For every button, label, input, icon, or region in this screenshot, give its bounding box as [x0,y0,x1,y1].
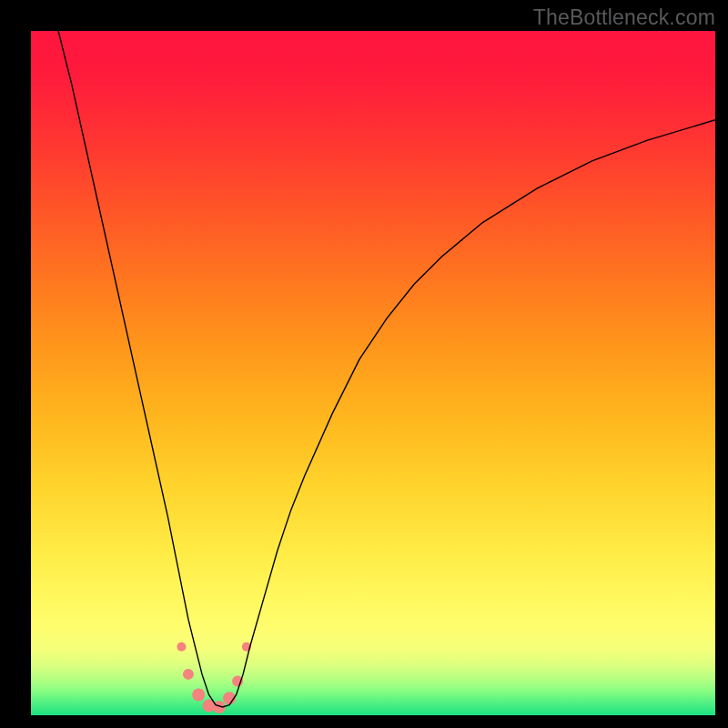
marker-dot [183,669,194,680]
marker-dot [192,688,205,701]
plot-area [31,31,715,715]
curve-layer [31,31,715,715]
chart-frame: TheBottleneck.com [0,0,728,728]
watermark-text: TheBottleneck.com [533,5,715,30]
marker-dot [177,642,186,652]
bottleneck-curve [58,31,715,707]
